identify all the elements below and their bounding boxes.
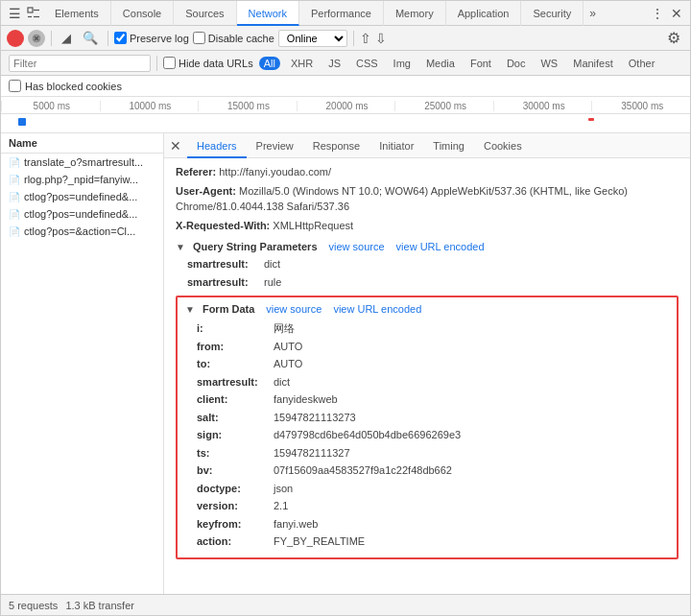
filter-type-css[interactable]: CSS [351,57,383,70]
tab-preview[interactable]: Preview [247,133,303,158]
tick-7: 35000 ms [591,101,690,111]
tab-initiator[interactable]: Initiator [369,133,423,158]
list-item[interactable]: 📄 rlog.php?_npid=fanyiw... [1,171,163,188]
tab-cookies[interactable]: Cookies [474,133,532,158]
timeline-ruler: 5000 ms 10000 ms 15000 ms 20000 ms 25000… [1,97,690,114]
query-string-view-source-link[interactable]: view source [329,241,385,252]
tick-6: 30000 ms [493,101,592,111]
timeline-bar[interactable]: 5000 ms 10000 ms 15000 ms 20000 ms 25000… [1,97,690,133]
tab-response[interactable]: Response [303,133,370,158]
form-data-view-url-encoded-link[interactable]: view URL encoded [333,303,421,315]
close-detail-button[interactable]: ✕ [168,138,183,154]
param-row: smartresult: dict [187,256,679,272]
record-button[interactable] [7,30,24,47]
filter-type-ws[interactable]: WS [536,57,562,70]
form-data-view-source-link[interactable]: view source [266,303,322,315]
svg-rect-0 [28,8,33,12]
query-string-arrow-icon: ▼ [176,242,185,252]
tab-application[interactable]: Application [446,1,522,26]
tick-5: 25000 ms [394,101,493,111]
preserve-log-label[interactable]: Preserve log [114,32,189,44]
timeline-marker-red [588,118,594,121]
param-row: i: 网络 [197,320,669,337]
param-row: smartresult: rule [187,274,679,291]
detail-panel: ✕ Headers Preview Response Initiator Tim… [164,133,690,594]
tab-sources[interactable]: Sources [174,1,236,26]
filter-type-doc[interactable]: Doc [502,57,531,70]
filter-type-media[interactable]: Media [421,57,460,70]
tab-network[interactable]: Network [237,1,299,26]
param-row: version: 2.1 [197,498,669,514]
hide-data-urls-checkbox[interactable] [163,57,176,69]
requests-count: 5 requests [9,600,58,611]
filter-type-all[interactable]: All [259,57,280,70]
param-row: client: fanyideskweb [197,391,669,408]
filter-type-js[interactable]: JS [323,57,346,70]
query-string-view-url-encoded-link[interactable]: view URL encoded [396,241,485,252]
vertical-dots-icon[interactable]: ⋮ [648,4,667,23]
list-item[interactable]: 📄 ctlog?pos=undefined&... [1,188,163,205]
detail-tabs: ✕ Headers Preview Response Initiator Tim… [164,133,690,158]
filter-type-img[interactable]: Img [389,57,416,70]
file-icon: 📄 [9,175,20,185]
param-row: bv: 07f15609aa4583527f9a1c22f48db662 [197,462,669,479]
search-icon[interactable]: 🔍 [79,29,102,47]
status-bar: 5 requests 1.3 kB transfer [1,594,690,615]
list-item[interactable]: 📄 ctlog?pos=&action=Cl... [1,223,163,240]
gear-icon[interactable]: ⚙ [663,27,684,49]
network-toolbar: ◢ 🔍 Preserve log Disable cache Online ⇧ … [1,26,690,51]
list-item[interactable]: 📄 ctlog?pos=undefined&... [1,205,163,223]
param-row: smartresult: dict [197,374,669,391]
preserve-log-checkbox[interactable] [114,32,127,44]
header-user-agent: User-Agent: Mozilla/5.0 (Windows NT 10.0… [176,183,679,215]
filter-type-xhr[interactable]: XHR [286,57,318,70]
filter-icon[interactable]: ◢ [58,29,75,47]
tab-bar: ☰ Elements Console Sources Network Perfo… [1,1,690,26]
tab-console[interactable]: Console [111,1,174,26]
form-data-arrow-icon: ▼ [185,304,195,315]
filter-type-other[interactable]: Other [624,57,660,70]
disable-cache-label[interactable]: Disable cache [193,32,274,44]
list-item[interactable]: 📄 translate_o?smartresult... [1,154,163,171]
has-blocked-cookies-label[interactable]: Has blocked cookies [9,80,122,92]
tab-memory[interactable]: Memory [384,1,446,26]
param-row: sign: d479798cd6be64d050b4dbe6696269e3 [197,427,669,443]
devtools-menu-icon[interactable]: ☰ [5,4,24,23]
stop-button[interactable] [28,30,45,47]
upload-icon[interactable]: ⇧ [360,31,371,46]
tab-more-icon[interactable]: » [584,1,602,26]
header-x-requested-with: X-Requested-With: XMLHttpRequest [176,218,679,234]
cookie-bar: Has blocked cookies [1,76,690,97]
tab-security[interactable]: Security [521,1,584,26]
file-icon: 📄 [9,209,20,220]
query-string-section-header[interactable]: ▼ Query String Parameters view source vi… [176,241,679,252]
detail-content: Referer: http://fanyi.youdao.com/ User-A… [164,158,690,594]
has-blocked-cookies-checkbox[interactable] [9,80,21,92]
param-row: from: AUTO [197,339,669,355]
form-data-section-header[interactable]: ▼ Form Data view source view URL encoded [185,303,669,315]
query-string-body: smartresult: dict smartresult: rule [176,256,679,290]
tick-1: 5000 ms [1,101,100,111]
file-icon: 📄 [9,192,20,202]
param-row: doctype: json [197,481,669,497]
inspect-icon[interactable] [24,4,43,23]
download-icon[interactable]: ⇩ [375,31,387,46]
tab-timing[interactable]: Timing [423,133,474,158]
close-devtools-icon[interactable]: ✕ [667,4,686,23]
filter-input[interactable] [9,55,151,72]
tick-3: 15000 ms [198,101,297,111]
filter-type-font[interactable]: Font [465,57,496,70]
disable-cache-checkbox[interactable] [193,32,205,44]
tab-headers[interactable]: Headers [187,133,247,158]
file-icon: 📄 [9,157,20,168]
filter-type-manifest[interactable]: Manifest [568,57,618,70]
transfer-size: 1.3 kB transfer [65,600,134,611]
param-row: salt: 15947821113273 [197,410,669,426]
file-panel: Name 📄 translate_o?smartresult... 📄 rlog… [1,133,164,594]
tab-elements[interactable]: Elements [43,1,111,26]
tab-performance[interactable]: Performance [299,1,384,26]
throttle-select[interactable]: Online [278,30,347,47]
timeline-marker-blue [18,118,26,126]
hide-data-urls-label[interactable]: Hide data URLs [163,57,253,69]
param-row: ts: 15947821113​27 [197,445,669,462]
